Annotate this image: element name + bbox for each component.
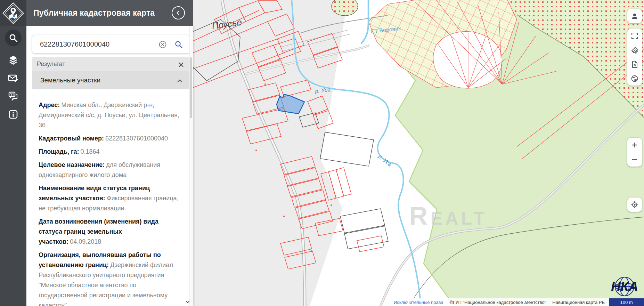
sidebar-item-feedback[interactable] (0, 69, 26, 87)
sidebar-item-info[interactable] (0, 105, 26, 123)
layers-icon (8, 55, 18, 65)
collapse-panel-button[interactable] (172, 6, 185, 19)
search-result-panel: Результат Земельные участки Адрес:Минска… (26, 26, 193, 306)
collapse-section-button[interactable] (174, 75, 185, 87)
field-label: Площадь, га: (39, 148, 79, 155)
result-header-label: Результат (37, 61, 65, 68)
globe-button[interactable] (627, 71, 642, 86)
search-bar (32, 35, 190, 54)
app-header: Публичная кадастровая карта (0, 0, 193, 26)
map-canvas[interactable]: Поусье СТ Боровик р. Уса р. Уса Realt (193, 0, 644, 306)
field-label: Адрес: (39, 102, 60, 108)
field-label: Целевое назначение: (39, 161, 105, 168)
sidebar-item-layers[interactable] (0, 51, 26, 69)
map-tools-group (627, 29, 642, 86)
minus-icon (631, 156, 638, 163)
field-border-status-date: Дата возникновения (изменения) вида стат… (39, 217, 184, 247)
cadastral-map: Поусье СТ Боровик р. Уса р. Уса (193, 0, 644, 306)
chevron-up-icon (176, 77, 184, 85)
info-icon (8, 109, 18, 120)
section-land-parcels[interactable]: Земельные участки (32, 71, 190, 89)
measure-icon (631, 46, 638, 54)
search-icon (174, 40, 183, 49)
clear-circle-icon (158, 40, 167, 49)
scrollbar-thumb[interactable] (190, 57, 192, 118)
page-title: Публичная кадастровая карта (33, 0, 155, 26)
zoom-in-button[interactable] (627, 138, 642, 152)
nka-logo: НКА (609, 275, 641, 297)
svg-text:?!: ?! (10, 92, 14, 96)
fullscreen-icon (631, 32, 638, 40)
scale-value: 100 m (620, 300, 633, 305)
user-control (627, 9, 642, 23)
close-result-button[interactable] (176, 59, 187, 70)
search-icon (8, 33, 18, 43)
measure-button[interactable] (627, 43, 642, 57)
field-value: 04.09.2018 (70, 238, 101, 245)
section-title: Земельные участки (40, 76, 100, 84)
app-window: ?! Пуб (0, 0, 644, 306)
field-cadastral-number: Кадастровый номер:622281307601000040 (39, 134, 184, 144)
panel-scrollbar[interactable] (189, 26, 193, 306)
user-button[interactable] (627, 9, 642, 23)
field-surveying-organization: Организация, выполнявшая работы по устан… (39, 250, 184, 306)
app-logo[interactable] (0, 0, 26, 26)
sidebar-rail: ?! (0, 26, 26, 306)
field-value: 622281307601000040 (105, 135, 168, 142)
cadastral-map-logo-icon (2, 2, 24, 24)
locate-control (627, 198, 642, 212)
locate-icon (631, 201, 638, 209)
field-area: Площадь, га:0.1864 (39, 147, 184, 157)
mail-edit-icon (8, 73, 19, 84)
search-input[interactable] (40, 40, 151, 48)
attribution-agency: ©ГУП "Национальное кадастровое агентство… (450, 300, 546, 305)
sidebar-item-help[interactable]: ?! (0, 87, 26, 105)
exclusive-rights-link[interactable]: Исключительные права (394, 300, 443, 305)
close-icon (178, 61, 185, 68)
sidebar-item-search[interactable] (0, 29, 26, 47)
field-border-status: Наименование вида статуса границ земельн… (39, 183, 184, 214)
globe-icon (631, 75, 638, 82)
file-export-icon (631, 61, 638, 68)
chat-help-icon: ?! (8, 91, 19, 102)
attribution-nav-map: Навигационная карта РБ (552, 300, 605, 305)
parcel-details-card: Адрес:Минская обл., Дзержинский р-н, Дем… (32, 95, 190, 306)
map-scale-bar: 100 m (609, 298, 644, 306)
field-label: Кадастровый номер: (39, 135, 104, 142)
chevron-down-icon (185, 300, 190, 304)
chevron-left-icon (175, 10, 181, 16)
map-attribution-bar: Исключительные права ©ГУП "Национальное … (390, 298, 609, 306)
scroll-down-button[interactable] (185, 299, 190, 305)
result-header: Результат (32, 57, 190, 71)
field-address: Адрес:Минская обл., Дзержинский р-н, Дем… (39, 100, 184, 130)
fullscreen-button[interactable] (627, 29, 642, 43)
zoom-out-button[interactable] (627, 152, 642, 167)
zoom-control-group (627, 138, 642, 167)
submit-search-button[interactable] (173, 39, 184, 50)
nka-logo-text: НКА (611, 279, 638, 294)
plus-icon (631, 141, 638, 149)
locate-button[interactable] (627, 198, 642, 212)
field-value: 0.1864 (81, 148, 100, 155)
field-purpose: Целевое назначение:для обслуживания одно… (39, 160, 184, 180)
clear-search-button[interactable] (157, 39, 168, 50)
user-icon (631, 13, 638, 20)
export-button[interactable] (627, 57, 642, 71)
